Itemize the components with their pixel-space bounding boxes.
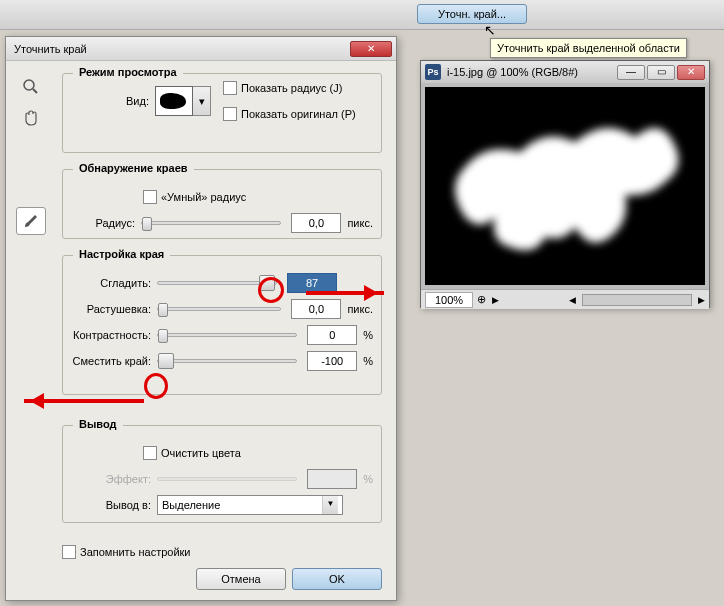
dialog-titlebar[interactable]: Уточнить край ✕ xyxy=(6,37,396,61)
shift-unit: % xyxy=(363,355,373,367)
refine-edge-toolbar-button[interactable]: Уточн. край... xyxy=(417,4,527,24)
annotation-arrow-right xyxy=(306,291,384,295)
output-to-select[interactable]: Выделение▼ xyxy=(157,495,343,515)
scroll-left-icon[interactable]: ◀ xyxy=(569,295,576,305)
view-label: Вид: xyxy=(71,95,155,107)
contrast-input[interactable]: 0 xyxy=(307,325,357,345)
svg-line-1 xyxy=(33,89,37,93)
smart-radius-checkbox[interactable] xyxy=(143,190,157,204)
view-mode-thumb[interactable] xyxy=(155,86,193,116)
maximize-button[interactable]: ▭ xyxy=(647,65,675,80)
svg-point-0 xyxy=(24,80,34,90)
zoom-tool[interactable] xyxy=(16,73,46,101)
smart-radius-label: «Умный» радиус xyxy=(161,191,246,203)
cancel-button[interactable]: Отмена xyxy=(196,568,286,590)
remember-label: Запомнить настройки xyxy=(80,546,191,558)
output-to-label: Вывод в: xyxy=(71,499,157,511)
remember-checkbox[interactable] xyxy=(62,545,76,559)
chevron-right-icon[interactable]: ▶ xyxy=(492,295,499,305)
document-titlebar[interactable]: Ps i-15.jpg @ 100% (RGB/8#) — ▭ ✕ xyxy=(421,61,709,83)
group-output-title: Вывод xyxy=(73,418,123,430)
document-title: i-15.jpg @ 100% (RGB/8#) xyxy=(443,66,615,78)
radius-label: Радиус: xyxy=(71,217,141,229)
show-radius-label: Показать радиус (J) xyxy=(241,82,342,94)
feather-label: Растушевка: xyxy=(71,303,157,315)
decontaminate-checkbox[interactable] xyxy=(143,446,157,460)
group-edge-title: Обнаружение краев xyxy=(73,162,194,174)
annotation-circle-shift xyxy=(144,373,168,399)
feather-slider[interactable] xyxy=(157,307,281,311)
refine-edge-dialog: Уточнить край ✕ Режим просмотра Вид: ▾ П… xyxy=(5,36,397,601)
hand-tool[interactable] xyxy=(16,105,46,133)
annotation-arrow-left xyxy=(24,399,144,403)
cursor-icon: ↖ xyxy=(484,22,496,38)
canvas[interactable] xyxy=(425,87,705,285)
scroll-right-icon[interactable]: ▶ xyxy=(698,295,705,305)
close-window-button[interactable]: ✕ xyxy=(677,65,705,80)
shift-slider[interactable] xyxy=(157,359,297,363)
status-bar: 100% ⊕ ▶ ◀ ▶ xyxy=(421,289,709,309)
shift-input[interactable]: -100 xyxy=(307,351,357,371)
radius-input[interactable]: 0,0 xyxy=(291,213,341,233)
chevron-down-icon: ▼ xyxy=(322,496,338,514)
shift-label: Сместить край: xyxy=(71,355,157,367)
info-icon[interactable]: ⊕ xyxy=(477,293,486,306)
effect-slider xyxy=(157,477,297,481)
brush-tool[interactable] xyxy=(16,207,46,235)
contrast-unit: % xyxy=(363,329,373,341)
document-window: Ps i-15.jpg @ 100% (RGB/8#) — ▭ ✕ 100% ⊕… xyxy=(420,60,710,308)
show-original-checkbox[interactable] xyxy=(223,107,237,121)
zoom-level[interactable]: 100% xyxy=(425,292,473,308)
show-original-label: Показать оригинал (P) xyxy=(241,108,356,120)
group-view-title: Режим просмотра xyxy=(73,66,183,78)
effect-label: Эффект: xyxy=(71,473,157,485)
tooltip: Уточнить край выделенной области xyxy=(490,38,687,58)
feather-unit: пикс. xyxy=(347,303,373,315)
show-radius-checkbox[interactable] xyxy=(223,81,237,95)
minimize-button[interactable]: — xyxy=(617,65,645,80)
effect-unit: % xyxy=(363,473,373,485)
radius-slider[interactable] xyxy=(141,221,281,225)
view-mode-dropdown[interactable]: ▾ xyxy=(193,86,211,116)
close-button[interactable]: ✕ xyxy=(350,41,392,57)
effect-input xyxy=(307,469,357,489)
contrast-slider[interactable] xyxy=(157,333,297,337)
decontaminate-label: Очистить цвета xyxy=(161,447,241,459)
smooth-label: Сгладить: xyxy=(71,277,157,289)
radius-unit: пикс. xyxy=(347,217,373,229)
dialog-title: Уточнить край xyxy=(10,43,350,55)
smooth-input[interactable]: 87 xyxy=(287,273,337,293)
contrast-label: Контрастность: xyxy=(71,329,157,341)
photoshop-icon: Ps xyxy=(425,64,441,80)
annotation-circle-smooth xyxy=(258,277,284,303)
group-adjust-title: Настройка края xyxy=(73,248,170,260)
scrollbar[interactable] xyxy=(582,294,692,306)
feather-input[interactable]: 0,0 xyxy=(291,299,341,319)
ok-button[interactable]: OK xyxy=(292,568,382,590)
